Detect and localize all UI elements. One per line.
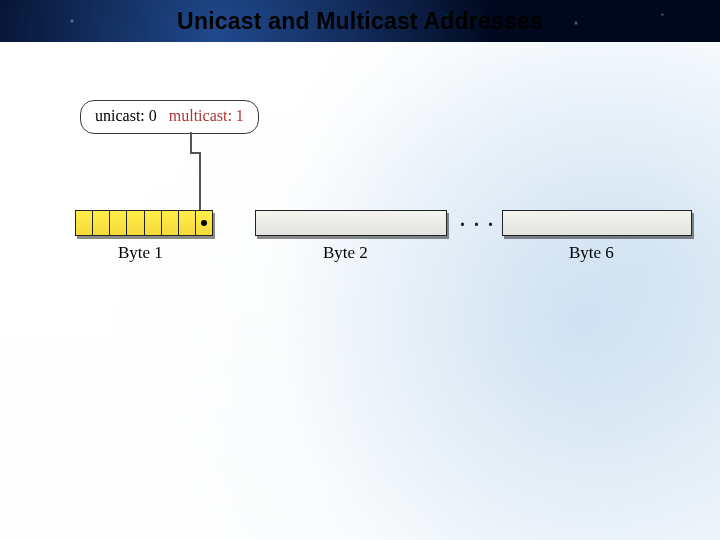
bit-cell — [127, 211, 144, 235]
byte-1-bits — [75, 210, 213, 236]
ellipsis: . . . — [460, 208, 495, 231]
bit-cell — [93, 211, 110, 235]
bit-cell — [110, 211, 127, 235]
byte-6-block — [502, 210, 692, 236]
bit-cell — [145, 211, 162, 235]
mac-address-diagram: unicast: 0 multicast: 1 . . . Byte 1 Byt… — [60, 100, 680, 300]
bit-meaning-bubble: unicast: 0 multicast: 1 — [80, 100, 259, 134]
byte-2-label: Byte 2 — [323, 243, 368, 263]
bit-cell-last — [196, 211, 212, 235]
byte-1-label: Byte 1 — [118, 243, 163, 263]
leader-line — [190, 132, 192, 152]
bit-cell — [162, 211, 179, 235]
multicast-legend: multicast: 1 — [169, 107, 244, 124]
byte-6-label: Byte 6 — [569, 243, 614, 263]
byte-2-block — [255, 210, 447, 236]
unicast-legend: unicast: 0 — [95, 107, 157, 124]
leader-line — [199, 152, 201, 210]
bit-cell — [179, 211, 196, 235]
bit-cell — [76, 211, 93, 235]
slide-title: Unicast and Multicast Addresses — [0, 8, 720, 35]
